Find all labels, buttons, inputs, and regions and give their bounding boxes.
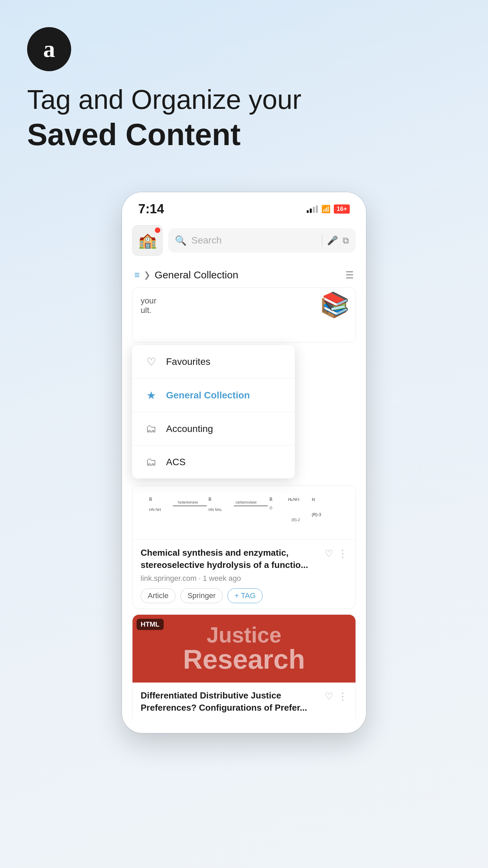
- justice-heart-icon[interactable]: ♡: [325, 691, 333, 702]
- search-divider: [322, 234, 322, 246]
- chemistry-time: 1 week ago: [203, 574, 241, 583]
- justice-word-2: Research: [183, 646, 305, 673]
- dropdown-label-acs: ACS: [166, 457, 186, 468]
- chemistry-card-actions: ♡ ⋮: [325, 548, 347, 559]
- chemistry-formula-image: R HN NH hydantoinase R HN NH₂ carbamoyla…: [133, 486, 355, 539]
- search-area: 🏫 🔍 Search 🎤 ⧉: [122, 222, 366, 262]
- first-card-inner: your ult. 📦 📚: [133, 288, 355, 342]
- tag-article[interactable]: Article: [141, 588, 176, 603]
- app-logo[interactable]: 🏫: [132, 225, 163, 256]
- dropdown-label-favourites: Favourites: [166, 356, 210, 367]
- svg-text:O: O: [269, 506, 272, 510]
- dropdown-item-favourites[interactable]: ♡ Favourites: [132, 345, 295, 379]
- collection-dropdown: ♡ Favourites ★ General Collection 🗂 Acco…: [122, 345, 366, 478]
- layers-icon[interactable]: ⧉: [343, 235, 349, 246]
- svg-text:carbamoylase: carbamoylase: [236, 500, 257, 504]
- headline-light: Tag and Organize your: [27, 85, 461, 115]
- status-time: 7:14: [138, 202, 164, 216]
- breadcrumb-left: ≡ ❯ General Collection: [134, 269, 238, 281]
- signal-bar-4: [316, 205, 318, 213]
- svg-text:H: H: [312, 497, 315, 502]
- dropdown-menu[interactable]: ♡ Favourites ★ General Collection 🗂 Acco…: [132, 345, 295, 478]
- chemistry-card-body: Chemical synthesis and enzymatic, stereo…: [133, 540, 355, 609]
- chemistry-dot: ·: [199, 574, 203, 583]
- mic-icon[interactable]: 🎤: [327, 235, 338, 246]
- app-icon: a: [27, 27, 71, 71]
- battery-indicator: 16+: [334, 204, 350, 214]
- chemistry-tags: Article Springer + TAG: [141, 588, 347, 603]
- breadcrumb-text: General Collection: [155, 269, 238, 281]
- status-bar: 7:14 📶 16+: [122, 192, 366, 222]
- svg-text:R: R: [149, 497, 152, 502]
- star-icon: ★: [144, 389, 158, 402]
- signal-bar-2: [310, 209, 312, 213]
- justice-card-body: Differentiated Distributive Justice Pref…: [133, 683, 355, 719]
- wifi-icon: 📶: [321, 205, 330, 214]
- dropdown-label-accounting: Accounting: [166, 423, 213, 434]
- svg-text:R: R: [208, 497, 212, 502]
- first-card-desc2: ult.: [141, 305, 347, 315]
- notification-dot: [155, 228, 160, 233]
- justice-card-actions: ♡ ⋮: [325, 691, 347, 702]
- phone-mockup: 7:14 📶 16+ 🏫 🔍: [122, 192, 366, 733]
- tag-add-button[interactable]: + TAG: [227, 588, 263, 603]
- folder-icon-accounting: 🗂: [144, 422, 158, 435]
- svg-text:(R)-3: (R)-3: [312, 512, 321, 517]
- svg-text:H₂NO: H₂NO: [288, 497, 299, 502]
- breadcrumb-row: ≡ ❯ General Collection ☰: [122, 262, 366, 288]
- dropdown-item-general[interactable]: ★ General Collection: [132, 379, 295, 412]
- signal-icon: [307, 205, 318, 213]
- layers-nav-icon[interactable]: ≡: [134, 270, 140, 280]
- search-box[interactable]: 🔍 Search 🎤 ⧉: [168, 228, 356, 253]
- svg-text:(R)-2: (R)-2: [291, 518, 300, 522]
- signal-bar-1: [307, 210, 309, 213]
- status-icons: 📶 16+: [307, 204, 350, 214]
- search-placeholder: Search: [191, 235, 317, 246]
- list-view-icon[interactable]: ☰: [345, 270, 354, 281]
- signal-bar-3: [313, 207, 315, 213]
- chemistry-card-title: Chemical synthesis and enzymatic, stereo…: [141, 547, 321, 571]
- justice-card-title: Differentiated Distributive Justice Pref…: [141, 689, 321, 714]
- tag-springer[interactable]: Springer: [180, 588, 223, 603]
- svg-text:HN    NH₂: HN NH₂: [208, 508, 222, 512]
- chemistry-more-icon[interactable]: ⋮: [338, 548, 347, 559]
- chemistry-heart-icon[interactable]: ♡: [325, 548, 333, 559]
- svg-text:hydantoinase: hydantoinase: [178, 500, 198, 504]
- justice-word-1: Justice: [207, 624, 282, 646]
- dropdown-label-general: General Collection: [166, 390, 250, 401]
- svg-text:HN    NH: HN NH: [149, 508, 161, 512]
- dropdown-item-accounting[interactable]: 🗂 Accounting: [132, 412, 295, 446]
- breadcrumb-arrow: ❯: [144, 270, 150, 280]
- justice-card-image: HTML Justice Research: [133, 615, 355, 683]
- books-illustration: 📚: [322, 291, 349, 316]
- search-icon: 🔍: [175, 235, 187, 246]
- chemistry-title-row: Chemical synthesis and enzymatic, stereo…: [141, 547, 347, 571]
- heart-icon: ♡: [144, 355, 158, 368]
- folder-icon-acs: 🗂: [144, 456, 158, 468]
- phone-wrapper: 7:14 📶 16+ 🏫 🔍: [0, 192, 488, 733]
- chemistry-card: HTML R HN NH hydantoinase R HN NH₂ carba…: [132, 485, 356, 609]
- justice-more-icon[interactable]: ⋮: [338, 691, 347, 702]
- justice-card: HTML Justice Research Differentiated Dis…: [132, 614, 356, 719]
- justice-title-row: Differentiated Distributive Justice Pref…: [141, 689, 347, 714]
- app-icon-letter: a: [43, 36, 55, 63]
- chemistry-source: link.springer.com: [141, 574, 197, 583]
- battery-label: 16+: [337, 205, 347, 213]
- chemistry-card-image: HTML R HN NH hydantoinase R HN NH₂ carba…: [133, 486, 355, 540]
- justice-image-content: Justice Research: [133, 615, 355, 683]
- building-icon: 🏫: [138, 232, 157, 249]
- dropdown-item-acs[interactable]: 🗂 ACS: [132, 446, 295, 478]
- hero-section: a Tag and Organize your Saved Content: [0, 0, 488, 172]
- chemistry-svg: R HN NH hydantoinase R HN NH₂ carbamoyla…: [146, 491, 342, 535]
- svg-text:R: R: [269, 497, 273, 502]
- headline-bold: Saved Content: [27, 118, 461, 152]
- chemistry-card-meta: link.springer.com · 1 week ago: [141, 574, 347, 583]
- first-card-desc: your: [141, 296, 347, 305]
- first-card: your ult. 📦 📚: [132, 288, 356, 342]
